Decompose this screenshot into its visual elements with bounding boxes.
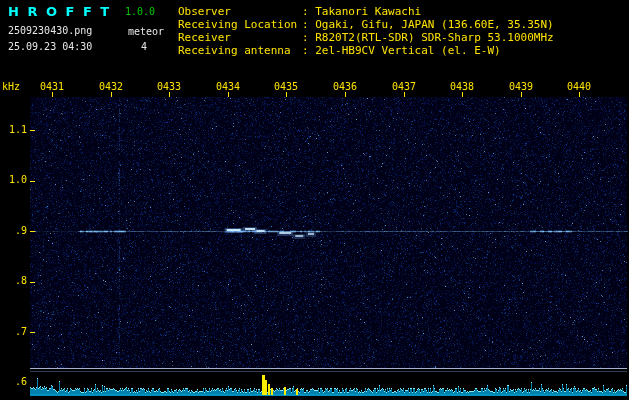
freq-label: 1.1 [0,124,27,136]
station-row-location: Receiving Location: Ogaki, Gifu, JAPAN (… [178,18,554,31]
app-version: 1.0.0 [125,6,155,17]
time-label: 0432 [96,81,126,93]
time-label: 0438 [447,81,477,93]
freq-label: .8 [0,275,27,287]
station-value: : R820T2(RTL-SDR) SDR-Sharp 53.1000MHz [302,31,554,44]
time-label: 0435 [271,81,301,93]
freq-label: .9 [0,225,27,237]
time-label: 0440 [564,81,594,93]
meteor-count: 4 [141,41,147,52]
station-value: : Ogaki, Gifu, JAPAN (136.60E, 35.35N) [302,18,554,31]
station-label: Receiving antenna [178,44,302,57]
station-label: Receiving Location [178,18,302,31]
freq-label: .7 [0,326,27,338]
time-label: 0437 [389,81,419,93]
station-value: : 2el-HB9CV Vertical (el. E-W) [302,44,501,57]
station-row-observer: Observer: Takanori Kawachi [178,5,554,18]
station-label: Receiver [178,31,302,44]
station-row-antenna: Receiving antenna: 2el-HB9CV Vertical (e… [178,44,554,57]
output-filename: 2509230430.png [8,25,92,36]
time-label: 0431 [37,81,67,93]
spectrogram-canvas [0,0,629,400]
observation-timestamp: 25.09.23 04:30 [8,41,92,52]
station-value: : Takanori Kawachi [302,5,421,18]
time-label: 0436 [330,81,360,93]
station-info: Observer: Takanori Kawachi Receiving Loc… [178,5,554,57]
observation-mode-label: meteor [128,26,164,37]
app-title: H R O F F T [8,4,111,19]
hrofft-output-screen: H R O F F T 1.0.0 2509230430.png meteor … [0,0,629,400]
freq-label: .6 [0,376,27,388]
station-row-receiver: Receiver: R820T2(RTL-SDR) SDR-Sharp 53.1… [178,31,554,44]
station-label: Observer [178,5,302,18]
time-label: 0433 [154,81,184,93]
time-label: 0439 [506,81,536,93]
freq-label: 1.0 [0,174,27,186]
time-label: 0434 [213,81,243,93]
y-axis-unit-label: kHz [2,81,20,92]
